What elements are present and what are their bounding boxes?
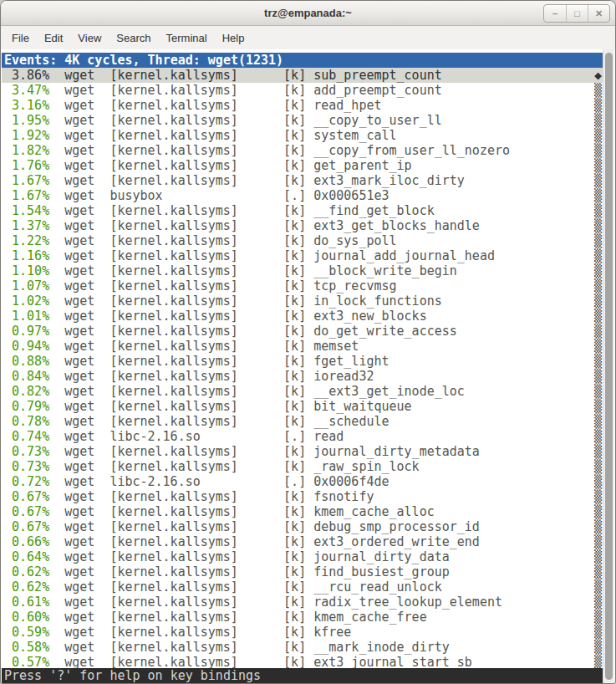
window-title: trz@empanada:~: [1, 1, 615, 26]
perf-row[interactable]: 0.78%wget[kernel.kallsyms][k] __schedule…: [2, 414, 603, 429]
perf-row[interactable]: 0.67%wget[kernel.kallsyms][k] kmem_cache…: [2, 504, 603, 519]
menu-bar: FileEditViewSearchTerminalHelp: [1, 26, 615, 49]
symbol-name: [k] __rcu_read_unlock: [283, 579, 442, 595]
perf-row[interactable]: 0.73%wget[kernel.kallsyms][k] journal_di…: [2, 444, 603, 459]
command-name: wget: [64, 203, 94, 218]
overhead-percent: 0.72%: [4, 474, 49, 489]
symbol-name: [k] tcp_recvmsg: [283, 278, 396, 294]
tui-scroll-track-icon: ▒: [594, 549, 602, 564]
perf-row[interactable]: 0.67%wget[kernel.kallsyms][k] fsnotify▒: [2, 489, 603, 504]
perf-row[interactable]: 0.62%wget[kernel.kallsyms][k] find_busie…: [2, 564, 603, 579]
overhead-percent: 0.94%: [4, 339, 49, 354]
shared-object: [kernel.kallsyms]: [109, 83, 283, 98]
maximize-button[interactable]: □: [566, 5, 588, 22]
perf-row[interactable]: 1.07%wget[kernel.kallsyms][k] tcp_recvms…: [2, 278, 603, 294]
tui-scroll-track-icon: ▒: [594, 113, 602, 128]
perf-row[interactable]: 0.73%wget[kernel.kallsyms][k] _raw_spin_…: [2, 459, 603, 474]
perf-row[interactable]: 0.60%wget[kernel.kallsyms][k] kmem_cache…: [2, 610, 603, 625]
perf-row[interactable]: 0.67%wget[kernel.kallsyms][k] debug_smp_…: [2, 519, 603, 534]
terminal-screen[interactable]: Events: 4K cycles, Thread: wget(1231) 3.…: [2, 49, 603, 683]
overhead-percent: 0.97%: [4, 324, 49, 339]
tui-scroll-track-icon: ▒: [594, 354, 602, 369]
perf-row[interactable]: 1.82%wget[kernel.kallsyms][k] __copy_fro…: [2, 143, 603, 158]
tui-scroll-track-icon: ▒: [594, 369, 602, 384]
tui-scroll-track-icon: ▒: [594, 83, 602, 98]
symbol-name: [.] 0x0006f4de: [283, 474, 389, 489]
symbol-name: [k] memset: [283, 339, 359, 354]
close-button[interactable]: ✕: [588, 5, 609, 22]
symbol-name: [k] kmem_cache_alloc: [283, 504, 435, 519]
perf-row[interactable]: 3.47%wget[kernel.kallsyms][k] add_preemp…: [2, 83, 603, 98]
command-name: wget: [64, 579, 94, 595]
perf-row[interactable]: 0.72%wgetlibc-2.16.so[.] 0x0006f4de▒: [2, 474, 603, 489]
tui-scroll-track-icon: ▒: [594, 218, 602, 233]
perf-row-list: 3.86%wget[kernel.kallsyms][k] sub_preemp…: [2, 68, 603, 670]
tui-scroll-track-icon: ▒: [594, 384, 602, 399]
menu-item-terminal[interactable]: Terminal: [159, 28, 215, 48]
menu-item-search[interactable]: Search: [109, 28, 158, 48]
tui-scroll-track-icon: ▒: [594, 309, 602, 324]
shared-object: [kernel.kallsyms]: [109, 218, 283, 233]
symbol-name: [k] _raw_spin_lock: [283, 459, 420, 474]
perf-row[interactable]: 1.16%wget[kernel.kallsyms][k] journal_ad…: [2, 248, 603, 263]
perf-row[interactable]: 1.92%wget[kernel.kallsyms][k] system_cal…: [2, 128, 603, 143]
menu-item-help[interactable]: Help: [215, 28, 252, 48]
symbol-name: [k] in_lock_functions: [283, 294, 442, 309]
overhead-percent: 1.95%: [4, 113, 49, 128]
perf-row[interactable]: 0.66%wget[kernel.kallsyms][k] ext3_order…: [2, 534, 603, 549]
perf-row[interactable]: 1.95%wget[kernel.kallsyms][k] __copy_to_…: [2, 113, 603, 128]
scrollbar-thumb[interactable]: [605, 53, 613, 680]
command-name: wget: [64, 324, 94, 339]
perf-row[interactable]: 0.59%wget[kernel.kallsyms][k] kfree▒: [2, 625, 603, 640]
shared-object: [kernel.kallsyms]: [109, 309, 283, 324]
perf-row[interactable]: 0.84%wget[kernel.kallsyms][k] ioread32▒: [2, 369, 603, 384]
perf-row[interactable]: 0.94%wget[kernel.kallsyms][k] memset▒: [2, 339, 603, 354]
perf-row[interactable]: 1.67%wgetbusybox[.] 0x000651e3▒: [2, 188, 603, 203]
perf-row[interactable]: 0.62%wget[kernel.kallsyms][k] __rcu_read…: [2, 579, 603, 595]
perf-row[interactable]: 1.02%wget[kernel.kallsyms][k] in_lock_fu…: [2, 294, 603, 309]
command-name: wget: [64, 549, 94, 564]
command-name: wget: [64, 595, 94, 610]
perf-row[interactable]: 1.01%wget[kernel.kallsyms][k] ext3_new_b…: [2, 309, 603, 324]
perf-row[interactable]: 0.61%wget[kernel.kallsyms][k] radix_tree…: [2, 595, 603, 610]
perf-row[interactable]: 3.16%wget[kernel.kallsyms][k] read_hpet▒: [2, 98, 603, 113]
tui-scroll-track-icon: ▒: [594, 278, 602, 294]
symbol-name: [k] debug_smp_processor_id: [283, 519, 480, 534]
command-name: wget: [64, 519, 94, 534]
perf-row[interactable]: 1.37%wget[kernel.kallsyms][k] ext3_get_b…: [2, 218, 603, 233]
perf-row[interactable]: 0.97%wget[kernel.kallsyms][k] do_get_wri…: [2, 324, 603, 339]
shared-object: [kernel.kallsyms]: [109, 595, 283, 610]
perf-row[interactable]: 1.54%wget[kernel.kallsyms][k] __find_get…: [2, 203, 603, 218]
command-name: wget: [64, 173, 94, 188]
perf-row[interactable]: 0.79%wget[kernel.kallsyms][k] bit_waitqu…: [2, 399, 603, 414]
scrollbar-track[interactable]: [603, 49, 614, 683]
shared-object: [kernel.kallsyms]: [109, 504, 283, 519]
title-bar[interactable]: trz@empanada:~ – □ ✕: [1, 1, 615, 26]
symbol-name: [k] __copy_to_user_ll: [283, 113, 442, 128]
shared-object: [kernel.kallsyms]: [109, 294, 283, 309]
overhead-percent: 0.67%: [4, 504, 49, 519]
command-name: wget: [64, 294, 94, 309]
tui-scroll-track-icon: ▒: [594, 203, 602, 218]
perf-row[interactable]: 0.74%wgetlibc-2.16.so[.] read▒: [2, 429, 603, 444]
perf-row[interactable]: 1.67%wget[kernel.kallsyms][k] ext3_mark_…: [2, 173, 603, 188]
tui-scroll-track-icon: ▒: [594, 444, 602, 459]
menu-item-file[interactable]: File: [4, 28, 37, 48]
perf-row[interactable]: 0.88%wget[kernel.kallsyms][k] fget_light…: [2, 354, 603, 369]
symbol-name: [k] add_preempt_count: [283, 83, 442, 98]
minimize-button[interactable]: –: [544, 5, 566, 22]
tui-scroll-track-icon: ▒: [594, 248, 602, 263]
perf-row[interactable]: 1.22%wget[kernel.kallsyms][k] do_sys_pol…: [2, 233, 603, 248]
overhead-percent: 3.47%: [4, 83, 49, 98]
perf-row[interactable]: 0.82%wget[kernel.kallsyms][k] __ext3_get…: [2, 384, 603, 399]
tui-scroll-track-icon: ▒: [594, 519, 602, 534]
perf-row[interactable]: 3.86%wget[kernel.kallsyms][k] sub_preemp…: [2, 68, 603, 83]
shared-object: [kernel.kallsyms]: [109, 158, 283, 173]
perf-row[interactable]: 1.10%wget[kernel.kallsyms][k] __block_wr…: [2, 263, 603, 278]
tui-scroll-track-icon: ▒: [594, 233, 602, 248]
menu-item-edit[interactable]: Edit: [37, 28, 70, 48]
perf-row[interactable]: 1.76%wget[kernel.kallsyms][k] get_parent…: [2, 158, 603, 173]
menu-item-view[interactable]: View: [70, 28, 109, 48]
perf-row[interactable]: 0.58%wget[kernel.kallsyms][k] __mark_ino…: [2, 640, 603, 655]
perf-row[interactable]: 0.64%wget[kernel.kallsyms][k] journal_di…: [2, 549, 603, 564]
